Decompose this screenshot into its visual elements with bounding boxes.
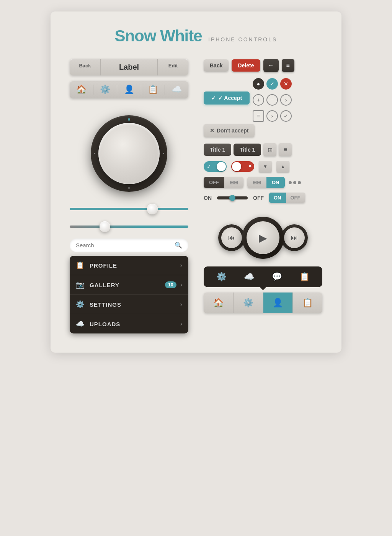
up-arrow-btn[interactable]: ▲ xyxy=(276,161,289,172)
onoff-on-label: ON xyxy=(204,195,212,201)
tab-user[interactable]: 👤 xyxy=(263,293,293,313)
onoff-thumb xyxy=(229,195,235,201)
menu-arrow-gallery: › xyxy=(180,281,182,288)
knob-dot-right xyxy=(163,153,164,154)
title-tab-2[interactable]: Title 1 xyxy=(234,144,261,156)
three-dots xyxy=(289,181,301,184)
onoff-row: ON OFF ON OFF xyxy=(204,193,322,203)
seg-control-2: ⊞⊞ ON xyxy=(247,177,285,188)
title-tabs-section: Title 1 Title 1 ⊞ ≡ ✓ ✕ ▼ ▲ xyxy=(204,143,322,203)
seg-mid-btn[interactable]: ⊞⊞ xyxy=(224,177,243,188)
circle-dark[interactable]: ● xyxy=(253,78,264,90)
dont-accept-x: ✕ xyxy=(210,127,214,134)
onoff-seg-on[interactable]: ON xyxy=(269,193,286,203)
toolbar-chat-icon[interactable]: 💬 xyxy=(272,272,282,282)
small-icons-row3: ≡ › ✓ xyxy=(253,110,292,122)
toolbar-docs-icon[interactable]: 📋 xyxy=(299,272,310,282)
seg-mid-btn2[interactable]: ⊞⊞ xyxy=(247,177,266,188)
menu-icon-uploads: ☁️ xyxy=(76,320,84,328)
icon-bar: 🏠 ⚙️ 👤 📋 ☁️ xyxy=(70,81,188,98)
circle-plus[interactable]: + xyxy=(253,94,264,106)
slider2-track xyxy=(70,226,188,228)
menu-icon-settings: ⚙️ xyxy=(76,300,84,309)
toggles-row: ✓ ✕ ▼ ▲ xyxy=(204,161,322,172)
right-column: Back Delete ← ≡ ✓ ✓ Accept xyxy=(204,59,322,333)
play-button[interactable]: ▶ xyxy=(242,217,284,259)
toggle-on[interactable]: ✓ xyxy=(204,161,227,172)
grid-view-btn[interactable]: ⊞ xyxy=(263,143,276,156)
edit-button[interactable]: Edit xyxy=(158,59,188,75)
menu-button[interactable]: ≡ xyxy=(282,59,294,72)
toggle-off[interactable]: ✕ xyxy=(231,161,254,172)
arrow-right-icon[interactable]: › xyxy=(266,110,278,122)
toolbar-settings-icon[interactable]: ⚙️ xyxy=(216,272,227,282)
onoff-track[interactable] xyxy=(217,196,248,199)
left-column: Back Label Edit 🏠 ⚙️ 👤 📋 ☁️ xyxy=(70,59,188,333)
right-back-button[interactable]: Back xyxy=(204,59,229,72)
main-grid: Back Label Edit 🏠 ⚙️ 👤 📋 ☁️ xyxy=(70,59,322,333)
right-delete-button[interactable]: Delete xyxy=(232,59,260,72)
menu-label-uploads: UPLOADS xyxy=(90,321,180,327)
back-button[interactable]: Back xyxy=(70,59,101,75)
toggle-check-icon: ✓ xyxy=(207,163,211,170)
seg-on-btn[interactable]: ON xyxy=(266,177,285,188)
toggle-x-icon: ✕ xyxy=(248,163,252,169)
toolbar-cloud-icon[interactable]: ☁️ xyxy=(244,272,254,282)
knob-inner xyxy=(98,123,160,184)
menu-item-settings[interactable]: ⚙️ SETTINGS › xyxy=(70,295,188,314)
search-input[interactable] xyxy=(76,242,175,248)
rewind-button[interactable]: ⏮ xyxy=(218,224,245,251)
play-inner: ▶ xyxy=(247,221,279,254)
left-arrow-button[interactable]: ← xyxy=(263,59,279,72)
icon-home[interactable]: 🏠 xyxy=(70,85,93,95)
menu-item-gallery[interactable]: 📷 GALLERY 10 › xyxy=(70,275,188,295)
app-title: Snow White xyxy=(115,27,202,45)
nav-bar: Back Label Edit xyxy=(70,59,188,75)
bottom-toolbar: ⚙️ ☁️ 💬 📋 xyxy=(204,266,322,287)
accept-button[interactable]: ✓ ✓ Accept xyxy=(204,92,250,105)
icon-docs[interactable]: 📋 xyxy=(141,85,165,95)
menu-item-uploads[interactable]: ☁️ UPLOADS › xyxy=(70,314,188,333)
title-tabs-row: Title 1 Title 1 ⊞ ≡ xyxy=(204,143,322,156)
tab-docs[interactable]: 📋 xyxy=(293,293,322,313)
tab-home[interactable]: 🏠 xyxy=(204,293,234,313)
seg-control-1: OFF ⊞⊞ xyxy=(204,177,243,188)
icon-user[interactable]: 👤 xyxy=(117,85,141,95)
slider1-thumb[interactable] xyxy=(147,204,158,214)
knob-outer[interactable] xyxy=(91,115,167,192)
onoff-seg-off[interactable]: OFF xyxy=(286,193,305,203)
toggle-thumb-off xyxy=(232,162,241,171)
circle-minus[interactable]: − xyxy=(266,94,278,106)
down-arrow-btn[interactable]: ▼ xyxy=(259,161,272,172)
menu-icon-profile: 📋 xyxy=(76,261,84,270)
menu-arrow-profile: › xyxy=(180,262,182,269)
circle-check-teal[interactable]: ✓ xyxy=(266,78,278,90)
forward-button[interactable]: ⏭ xyxy=(281,224,308,251)
list-view-btn[interactable]: ≡ xyxy=(279,143,292,156)
circle-x-red[interactable]: ✕ xyxy=(280,78,292,90)
small-icons-row1: ● ✓ ✕ xyxy=(253,78,292,90)
nav-bar-section: Back Label Edit 🏠 ⚙️ 👤 📋 ☁️ xyxy=(70,59,188,98)
sliders-section: 🔍 xyxy=(70,199,188,256)
segmented-row: OFF ⊞⊞ ⊞⊞ ON xyxy=(204,177,322,188)
list-icon[interactable]: ≡ xyxy=(253,110,264,122)
tab-settings[interactable]: ⚙️ xyxy=(234,293,263,313)
title-tab-1[interactable]: Title 1 xyxy=(204,144,231,156)
top-buttons-row: Back Delete ← ≡ xyxy=(204,59,322,72)
dont-accept-button[interactable]: ✕ Don't accept xyxy=(204,124,255,137)
slider2-thumb[interactable] xyxy=(100,221,110,232)
check-icon[interactable]: ✓ xyxy=(280,110,292,122)
menu-label-gallery: GALLERY xyxy=(90,282,165,288)
menu-item-profile[interactable]: 📋 PROFILE › xyxy=(70,256,188,275)
circle-chevron[interactable]: › xyxy=(280,94,292,106)
knob-dot-left xyxy=(94,153,95,154)
seg-off-btn[interactable]: OFF xyxy=(204,177,224,188)
search-bar: 🔍 xyxy=(70,239,188,252)
knob-dot-bottom xyxy=(128,187,130,189)
icon-cloud[interactable]: ☁️ xyxy=(165,85,188,95)
icon-settings[interactable]: ⚙️ xyxy=(93,85,117,95)
toggle-thumb-on xyxy=(217,162,226,171)
accept-label: ✓ Accept xyxy=(218,95,242,101)
menu-arrow-uploads: › xyxy=(180,320,182,327)
menu-list: 📋 PROFILE › 📷 GALLERY 10 › ⚙️ SETTINGS ›… xyxy=(70,256,188,333)
